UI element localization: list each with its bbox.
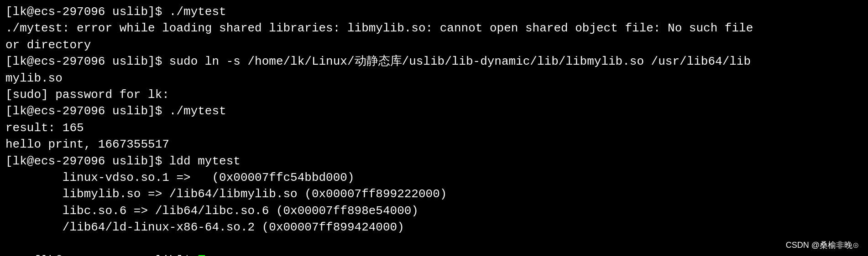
terminal-line-5: mylib.so bbox=[5, 70, 863, 87]
terminal-line-13: libc.so.6 => /lib64/libc.so.6 (0x00007ff… bbox=[5, 203, 863, 219]
terminal-line-6: [sudo] password for lk: bbox=[5, 87, 863, 103]
terminal-line-7: [lk@ecs-297096 uslib]$ ./mytest bbox=[5, 103, 863, 119]
watermark: CSDN @桑榆非晚⊙ bbox=[786, 240, 859, 251]
terminal-prompt-line[interactable]: [lk@ecs-297096 uslib]$ bbox=[5, 236, 863, 256]
terminal-line-2: ./mytest: error while loading shared lib… bbox=[5, 20, 863, 36]
terminal-line-12: libmylib.so => /lib64/libmylib.so (0x000… bbox=[5, 186, 863, 202]
terminal-line-10: [lk@ecs-297096 uslib]$ ldd mytest bbox=[5, 153, 863, 169]
terminal-line-4: [lk@ecs-297096 uslib]$ sudo ln -s /home/… bbox=[5, 53, 863, 70]
terminal-line-9: hello print, 1667355517 bbox=[5, 136, 863, 153]
terminal-line-14: /lib64/ld-linux-x86-64.so.2 (0x00007ff89… bbox=[5, 219, 863, 236]
terminal-line-8: result: 165 bbox=[5, 120, 863, 136]
terminal-line-1: [lk@ecs-297096 uslib]$ ./mytest bbox=[5, 4, 863, 20]
terminal-line-3: or directory bbox=[5, 37, 863, 53]
terminal-window: [lk@ecs-297096 uslib]$ ./mytest ./mytest… bbox=[0, 0, 868, 256]
terminal-line-11: linux-vdso.so.1 => (0x00007ffc54bbd000) bbox=[5, 169, 863, 186]
prompt-text: [lk@ecs-297096 uslib]$ bbox=[34, 254, 198, 256]
